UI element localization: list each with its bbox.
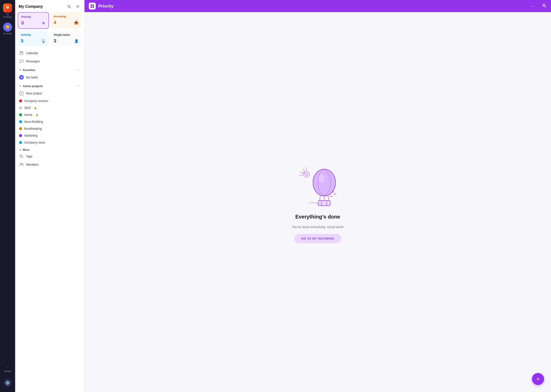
fab-plus-icon: + [536, 376, 540, 383]
bookkeeping-dot [19, 127, 22, 130]
svg-rect-5 [20, 52, 23, 55]
single-tasks-icon: 👤 [74, 39, 79, 43]
nav-item-members[interactable]: Members [17, 161, 83, 169]
seo-label: SEO [24, 106, 31, 110]
nav-item-bookkeeping[interactable]: Bookkeeping [17, 125, 83, 132]
svg-point-11 [22, 163, 23, 165]
home-label: Home [24, 113, 32, 117]
gear-icon[interactable] [75, 3, 81, 9]
company-reunion-dot [19, 99, 22, 102]
active-projects-section-header[interactable]: ▼ Active projects ··· [17, 81, 83, 89]
card-incoming-label: Incoming [54, 15, 79, 18]
card-single-label: Single tasks [54, 33, 79, 36]
card-activity[interactable]: Activity 5 📡 [18, 31, 49, 46]
svg-rect-15 [92, 6, 94, 8]
active-projects-label: Active projects [23, 84, 43, 88]
card-priority-count: 0 [21, 20, 24, 26]
seo-dot [19, 106, 22, 109]
nav-item-home[interactable]: Home 🔒 [17, 111, 83, 118]
svg-point-9 [21, 155, 21, 156]
nav-item-my-tasks[interactable]: M My tasks [17, 73, 83, 81]
star-icon: ★ [42, 20, 45, 26]
sidebar-item-settings[interactable]: ⚙️ [1, 378, 14, 388]
svg-line-32 [328, 196, 329, 201]
my-tasks-avatar: M [19, 75, 24, 80]
activity-icon: 📡 [41, 39, 46, 43]
company-avatar [3, 3, 12, 13]
cards-grid: Priority 0 ★ Incoming 4 📥 Activity 5 📡 S… [15, 12, 84, 49]
more-chevron-icon: ▼ [19, 149, 21, 151]
svg-line-24 [300, 172, 303, 174]
members-icon [19, 162, 24, 167]
sidebar-item-my-nozbe[interactable]: 😊 My Nozbe [1, 21, 14, 36]
more-section-header[interactable]: ▼ More [17, 146, 83, 152]
fab-add-button[interactable]: + [532, 373, 544, 385]
sidebar-item-manage[interactable]: ··· Manage [3, 364, 13, 376]
sidebar-header-icons [66, 3, 81, 9]
messages-icon [19, 59, 24, 64]
favorites-section-header[interactable]: ▼ Favorites ··· [17, 65, 83, 73]
calendar-icon [19, 51, 24, 56]
svg-point-26 [305, 173, 308, 176]
manage-dots-icon: ··· [6, 365, 9, 369]
svg-rect-12 [91, 4, 92, 6]
active-projects-more-icon[interactable]: ··· [76, 84, 80, 88]
nav-item-company-news[interactable]: Company news [17, 139, 83, 146]
empty-state-subtitle: You've done everything. Good work! [292, 225, 344, 229]
favorites-more-icon[interactable]: ··· [76, 68, 80, 72]
nav-item-new-project[interactable]: + New project [17, 89, 83, 98]
card-activity-label: Activity [21, 33, 46, 36]
nav-item-seo[interactable]: SEO 🔒 [17, 104, 83, 111]
top-bar-right: ··· [531, 3, 547, 9]
active-projects-chevron-icon: ▼ [19, 85, 21, 87]
svg-line-3 [70, 7, 71, 8]
marketing-label: Marketing [24, 134, 37, 137]
home-lock-icon: 🔒 [35, 113, 39, 116]
seo-lock-icon: 🔒 [34, 106, 37, 109]
svg-line-17 [545, 6, 546, 7]
calendar-label: Calendar [26, 51, 38, 55]
svg-point-1 [7, 7, 8, 8]
goto-incoming-button[interactable]: GO TO MY INCOMING [294, 234, 341, 243]
svg-point-29 [319, 174, 325, 182]
new-project-icon: + [19, 91, 24, 96]
svg-line-23 [299, 175, 303, 176]
card-priority-label: Priority [21, 15, 45, 18]
balloon-illustration [292, 161, 344, 209]
inbox-icon: 📥 [74, 20, 79, 25]
nav-item-nova-building[interactable]: Nova Building [17, 118, 83, 125]
top-bar-dots-icon[interactable]: ··· [531, 4, 535, 9]
nav-item-messages[interactable]: Messages [17, 57, 83, 65]
sidebar-header: My Company [15, 0, 84, 12]
svg-rect-13 [92, 4, 94, 6]
main-content: Priority ··· [84, 0, 551, 392]
nav-item-tags[interactable]: Tags [17, 152, 83, 161]
user-label: My Nozbe [3, 33, 12, 35]
svg-point-2 [68, 5, 70, 7]
card-single-tasks[interactable]: Single tasks 3 👤 [51, 31, 82, 46]
sidebar-title: My Company [19, 4, 43, 9]
more-label: More [23, 148, 29, 151]
sidebar: My Company Priority 0 ★ [15, 0, 84, 392]
top-bar-title: Priority [98, 4, 531, 9]
card-incoming-count: 4 [54, 20, 56, 25]
bookkeeping-label: Bookkeeping [24, 127, 42, 130]
top-bar-search-icon[interactable] [542, 3, 547, 9]
svg-point-4 [77, 6, 78, 7]
members-label: Members [26, 163, 39, 166]
tags-icon [19, 154, 24, 159]
manage-label: Manage [4, 370, 11, 372]
user-avatar: 😊 [3, 22, 12, 32]
svg-line-21 [303, 169, 305, 172]
nav-item-marketing[interactable]: Marketing [17, 132, 83, 139]
card-incoming[interactable]: Incoming 4 📥 [51, 12, 82, 29]
top-bar-app-icon [89, 3, 96, 9]
nav-item-company-reunion[interactable]: Company reunion [17, 98, 83, 104]
card-priority[interactable]: Priority 0 ★ [18, 12, 49, 29]
search-icon[interactable] [66, 3, 72, 9]
nav-item-calendar[interactable]: Calendar [17, 49, 83, 57]
tags-label: Tags [26, 155, 33, 158]
top-bar: Priority ··· [84, 0, 551, 12]
sidebar-item-company[interactable]: My Company [1, 2, 14, 20]
card-single-count: 3 [54, 38, 56, 44]
